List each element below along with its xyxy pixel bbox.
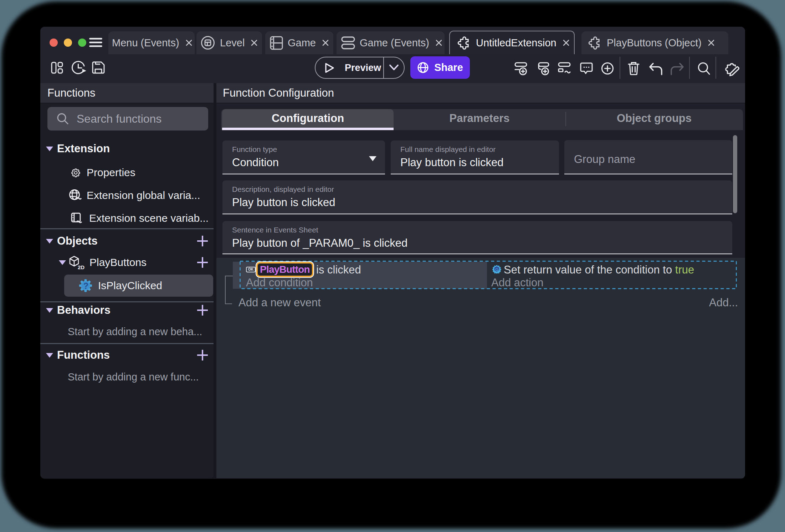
svg-text:2D: 2D (78, 264, 84, 270)
svg-text:G: G (495, 267, 499, 272)
svg-text:?: ? (83, 281, 89, 291)
